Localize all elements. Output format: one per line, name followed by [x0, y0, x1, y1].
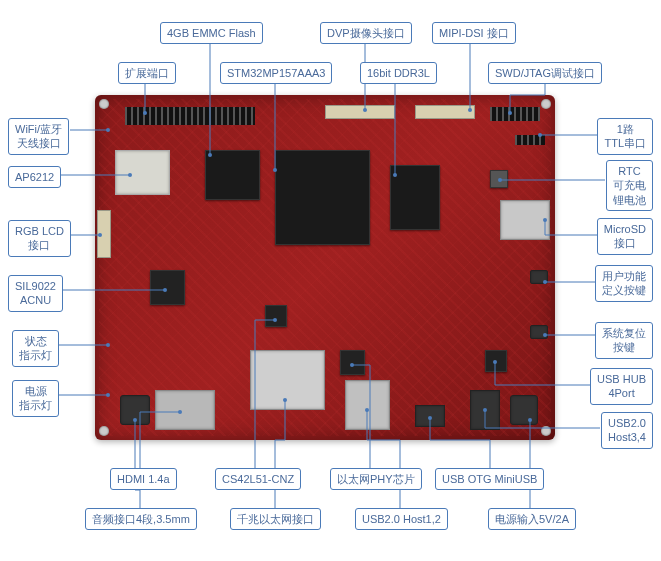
emmc-chip [205, 150, 260, 200]
label-soc: STM32MP157AAA3 [220, 62, 332, 84]
reset-button [530, 325, 548, 339]
sil9022-chip [150, 270, 185, 305]
usb-host12 [345, 380, 390, 430]
rtc-area [490, 170, 508, 188]
label-wifi-ant: WiFi/蓝牙 天线接口 [8, 118, 69, 155]
label-phy: 以太网PHY芯片 [330, 468, 422, 490]
ddr-chip [390, 165, 440, 230]
eth-phy-chip [340, 350, 365, 375]
label-sil9022: SIL9022 ACNU [8, 275, 63, 312]
label-codec: CS42L51-CNZ [215, 468, 301, 490]
label-user-btn: 用户功能 定义按键 [595, 265, 653, 302]
hdmi-port [155, 390, 215, 430]
label-usb34: USB2.0 Host3,4 [601, 412, 653, 449]
audio-codec-chip [265, 305, 287, 327]
audio-jack [120, 395, 150, 425]
label-usb-hub: USB HUB 4Port [590, 368, 653, 405]
label-ap6212: AP6212 [8, 166, 61, 188]
pcb-board [95, 95, 555, 440]
label-status-led: 状态 指示灯 [12, 330, 59, 367]
label-ttl: 1路 TTL串口 [597, 118, 653, 155]
label-otg: USB OTG MiniUSB [435, 468, 544, 490]
eth-transformer [250, 350, 325, 410]
dvp-connector [325, 105, 395, 119]
soc-chip [275, 150, 370, 245]
label-rgblcd: RGB LCD 接口 [8, 220, 71, 257]
user-button [530, 270, 548, 284]
label-microsd: MicroSD 接口 [597, 218, 653, 255]
label-reset-btn: 系统复位 按键 [595, 322, 653, 359]
mini-usb [415, 405, 445, 427]
jtag-header [490, 107, 540, 121]
label-dvp: DVP摄像头接口 [320, 22, 412, 44]
usb-host34 [470, 390, 500, 430]
label-expansion: 扩展端口 [118, 62, 176, 84]
expansion-header [125, 107, 255, 125]
ttl-header [515, 135, 545, 145]
microsd-slot [500, 200, 550, 240]
label-power-led: 电源 指示灯 [12, 380, 59, 417]
power-jack [510, 395, 538, 425]
label-jtag: SWD/JTAG调试接口 [488, 62, 602, 84]
label-eth: 千兆以太网接口 [230, 508, 321, 530]
usb-hub-chip [485, 350, 507, 372]
label-power: 电源输入5V/2A [488, 508, 576, 530]
label-hdmi: HDMI 1.4a [110, 468, 177, 490]
label-ddr: 16bit DDR3L [360, 62, 437, 84]
label-mipi: MIPI-DSI 接口 [432, 22, 516, 44]
wifi-module [115, 150, 170, 195]
label-emmc: 4GB EMMC Flash [160, 22, 263, 44]
label-rtc: RTC 可充电 锂电池 [606, 160, 653, 211]
label-audio: 音频接口4段,3.5mm [85, 508, 197, 530]
rgb-lcd-connector [97, 210, 111, 258]
mipi-connector [415, 105, 475, 119]
label-usb12: USB2.0 Host1,2 [355, 508, 448, 530]
